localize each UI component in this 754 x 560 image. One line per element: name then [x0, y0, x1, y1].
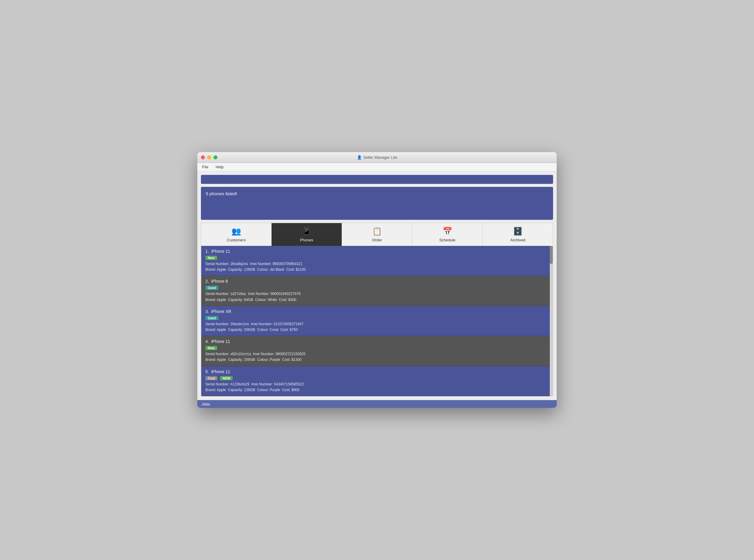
- tab-bar: 👥 Customers 📱 Phones 📋 Order 📅 Schedule …: [201, 223, 553, 246]
- title-icon: 👤: [357, 155, 362, 160]
- badge-used-3: Used: [205, 316, 218, 320]
- phone-details-2: Serial Number: 1d27s9az Imei Number: 990…: [205, 291, 549, 302]
- statusbar: ./data: [197, 400, 557, 408]
- scrollbar-track: [550, 246, 553, 396]
- phone-details-4: Serial Number: x82n10zm1a Imei Number: 9…: [205, 351, 549, 363]
- tab-order-label: Order: [372, 238, 382, 242]
- phone-details-1: Serial Number: 28xa9q2ns Imei Number: 99…: [205, 261, 549, 273]
- phone-details-5: Serial Number: A123bcfe29 Imei Number: 5…: [205, 381, 549, 393]
- phone-title-1: 1. iPhone 11: [205, 249, 549, 254]
- tab-archived-label: Archived: [510, 238, 526, 242]
- badge-new-4: New: [205, 346, 217, 350]
- search-input[interactable]: [204, 177, 550, 182]
- table-row[interactable]: 4. iPhone 11 New Serial Number: x82n10zm…: [201, 336, 553, 366]
- titlebar: 👤 Seller Manager Lite: [197, 152, 557, 163]
- table-row[interactable]: 3. iPhone XR Used Serial Number: 29asdn1…: [201, 306, 553, 336]
- schedule-icon: 📅: [443, 227, 452, 236]
- archived-icon: 🗄️: [513, 227, 523, 236]
- tab-customers-label: Customers: [227, 238, 246, 242]
- phone-title-5: 5. iPhone 11: [205, 369, 549, 374]
- app-window: 👤 Seller Manager Lite File Help 5 phones…: [197, 152, 557, 408]
- menu-help[interactable]: Help: [215, 164, 225, 170]
- search-bar: [201, 175, 553, 184]
- traffic-lights: [201, 155, 218, 159]
- statusbar-path: ./data: [201, 402, 210, 406]
- tab-customers[interactable]: 👥 Customers: [201, 223, 271, 246]
- window-title: 👤 Seller Manager Lite: [357, 155, 398, 160]
- badge-new-5: NEW: [220, 376, 233, 380]
- tab-schedule-label: Schedule: [439, 238, 455, 242]
- tab-schedule[interactable]: 📅 Schedule: [412, 223, 483, 246]
- table-row[interactable]: 2. iPhone 8 Used Serial Number: 1d27s9az…: [201, 276, 553, 306]
- scrollbar-thumb[interactable]: [550, 246, 553, 264]
- menu-file[interactable]: File: [201, 164, 210, 170]
- tab-archived[interactable]: 🗄️ Archived: [483, 223, 553, 246]
- phone-title-2: 2. iPhone 8: [205, 279, 549, 284]
- minimize-button[interactable]: [207, 155, 211, 159]
- tab-phones-label: Phones: [300, 238, 313, 242]
- order-icon: 📋: [372, 227, 382, 236]
- status-box: 5 phones listed!: [201, 187, 553, 220]
- table-row[interactable]: 1. iPhone 11 New Serial Number: 28xa9q2n…: [201, 246, 553, 276]
- badge-used-2: Used: [205, 286, 218, 290]
- tab-order[interactable]: 📋 Order: [342, 223, 412, 246]
- menubar: File Help: [197, 163, 557, 171]
- status-message: 5 phones listed!: [206, 191, 548, 196]
- phone-title-3: 3. iPhone XR: [205, 309, 549, 314]
- phone-title-4: 4. iPhone 11: [205, 339, 549, 344]
- phones-icon: 📱: [302, 227, 311, 236]
- main-content: 5 phones listed! 👥 Customers 📱 Phones 📋 …: [197, 171, 557, 400]
- customers-icon: 👥: [231, 227, 241, 236]
- phone-details-3: Serial Number: 29asdn1mx Imei Number: 01…: [205, 321, 549, 333]
- table-row[interactable]: 5. iPhone 11 Cool NEW Serial Number: A12…: [201, 366, 553, 396]
- tab-phones[interactable]: 📱 Phones: [271, 223, 342, 246]
- maximize-button[interactable]: [213, 155, 218, 159]
- badge-new-1: New: [205, 256, 217, 260]
- phone-list: 1. iPhone 11 New Serial Number: 28xa9q2n…: [201, 246, 553, 397]
- badge-cool-5: Cool: [205, 376, 218, 380]
- close-button[interactable]: [201, 155, 205, 159]
